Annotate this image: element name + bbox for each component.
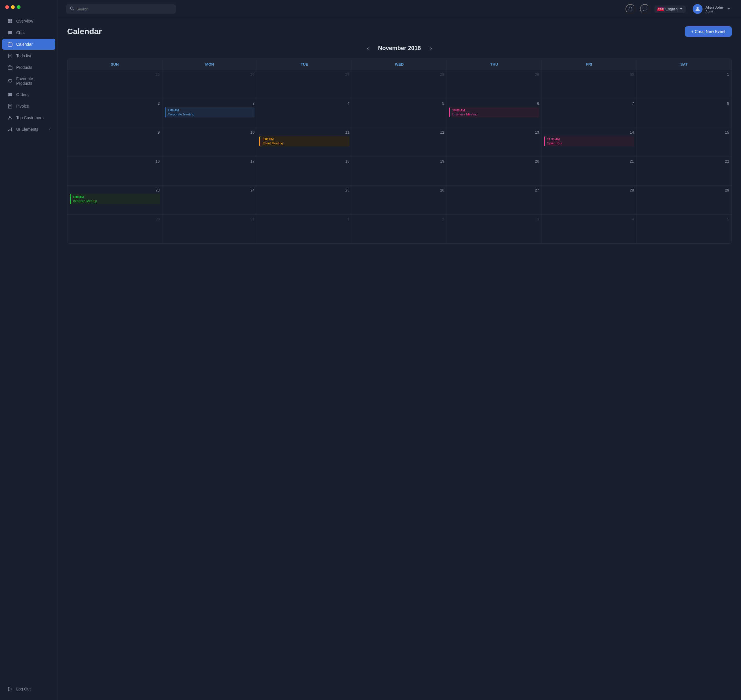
- notifications-button[interactable]: [626, 4, 635, 14]
- svg-line-27: [73, 9, 74, 10]
- cal-day-number: 4: [259, 101, 349, 106]
- cal-cell-29[interactable]: 29: [447, 70, 542, 99]
- cal-cell-20[interactable]: 20: [447, 157, 542, 186]
- event-card[interactable]: 10.00 AMBusiness Meeting: [449, 107, 539, 118]
- svg-rect-2: [8, 21, 10, 23]
- cal-day-number: 15: [639, 130, 729, 134]
- cal-cell-17[interactable]: 17: [162, 157, 257, 186]
- cal-cell-4[interactable]: 4: [542, 215, 637, 244]
- cal-cell-2[interactable]: 2: [352, 215, 447, 244]
- sidebar-item-chat[interactable]: Chat: [2, 27, 55, 38]
- cal-day-number: 5: [639, 217, 729, 221]
- search-box[interactable]: [66, 4, 176, 13]
- event-card[interactable]: 9:00 AMCorporate Meeting: [165, 107, 255, 118]
- svg-rect-23: [10, 129, 10, 131]
- cal-cell-14[interactable]: 1411.35 AMSpain Tour: [542, 128, 637, 157]
- user-chevron-icon: [727, 7, 731, 11]
- cal-cell-27[interactable]: 27: [257, 70, 352, 99]
- event-card[interactable]: 11.35 AMSpain Tour: [544, 136, 634, 146]
- cal-cell-4[interactable]: 4: [257, 99, 352, 128]
- cal-cell-18[interactable]: 18: [257, 157, 352, 186]
- sidebar-item-calendar[interactable]: Calendar: [2, 39, 55, 50]
- cal-cell-1[interactable]: 1: [636, 70, 731, 99]
- cal-cell-26[interactable]: 26: [162, 70, 257, 99]
- cal-cell-5[interactable]: 5: [636, 215, 731, 244]
- calendar-nav: ‹ November 2018 ›: [67, 44, 732, 53]
- user-chip[interactable]: Alien John Admin: [690, 3, 733, 15]
- cal-cell-1[interactable]: 1: [257, 215, 352, 244]
- language-selector[interactable]: English: [654, 6, 686, 13]
- cal-cell-12[interactable]: 12: [352, 128, 447, 157]
- new-event-button[interactable]: + Creat New Event: [685, 26, 732, 37]
- cal-cell-28[interactable]: 28: [352, 70, 447, 99]
- sidebar-label-todo: Todo list: [16, 53, 31, 58]
- event-time: 10.00 AM: [452, 109, 537, 112]
- prev-month-button[interactable]: ‹: [364, 44, 371, 53]
- cal-cell-26[interactable]: 26: [352, 186, 447, 215]
- cal-cell-31[interactable]: 31: [162, 215, 257, 244]
- next-month-button[interactable]: ›: [428, 44, 435, 53]
- sidebar-item-invoice[interactable]: Invoice: [2, 101, 55, 112]
- traffic-light-yellow[interactable]: [11, 5, 15, 9]
- cal-cell-21[interactable]: 21: [542, 157, 637, 186]
- sidebar-item-favourites[interactable]: Favourite Products: [2, 74, 55, 88]
- chevron-down-icon: [679, 7, 683, 11]
- traffic-light-green[interactable]: [17, 5, 21, 9]
- messages-button[interactable]: [640, 4, 650, 14]
- sidebar-label-ui-elements: UI Elements: [16, 127, 38, 132]
- sidebar-item-products[interactable]: Products: [2, 62, 55, 73]
- cal-day-number: 28: [354, 72, 444, 76]
- cal-cell-29[interactable]: 29: [636, 186, 731, 215]
- chat-icon: [7, 30, 13, 35]
- content-header: Calendar + Creat New Event: [67, 26, 732, 37]
- sidebar-item-orders[interactable]: Orders: [2, 89, 55, 100]
- cal-cell-5[interactable]: 5: [352, 99, 447, 128]
- cal-cell-3[interactable]: 39:00 AMCorporate Meeting: [162, 99, 257, 128]
- sidebar-item-overview[interactable]: Overview: [2, 16, 55, 26]
- cal-cell-25[interactable]: 25: [68, 70, 162, 99]
- cal-day-number: 25: [70, 72, 160, 76]
- cal-day-number: 2: [354, 217, 444, 221]
- cal-cell-27[interactable]: 27: [447, 186, 542, 215]
- cal-cell-9[interactable]: 9: [68, 128, 162, 157]
- header-tue: TUE: [257, 59, 352, 70]
- cal-cell-19[interactable]: 19: [352, 157, 447, 186]
- sidebar-item-logout[interactable]: Log Out: [2, 684, 55, 694]
- cal-cell-25[interactable]: 25: [257, 186, 352, 215]
- sidebar-item-ui-elements[interactable]: UI Elements ›: [2, 124, 55, 135]
- header-thu: THU: [447, 59, 542, 70]
- traffic-lights: [0, 5, 57, 15]
- cal-cell-16[interactable]: 16: [68, 157, 162, 186]
- cal-cell-7[interactable]: 7: [542, 99, 637, 128]
- cal-cell-24[interactable]: 24: [162, 186, 257, 215]
- sidebar-item-top-customers[interactable]: Top Customers: [2, 112, 55, 123]
- cal-cell-13[interactable]: 13: [447, 128, 542, 157]
- cal-cell-11[interactable]: 115:00 PMClient Meeting: [257, 128, 352, 157]
- cal-cell-30[interactable]: 30: [542, 70, 637, 99]
- calendar-body: 2526272829301239:00 AMCorporate Meeting4…: [68, 70, 731, 244]
- traffic-light-red[interactable]: [5, 5, 9, 9]
- cal-cell-28[interactable]: 28: [542, 186, 637, 215]
- cal-cell-8[interactable]: 8: [636, 99, 731, 128]
- search-input[interactable]: [77, 7, 172, 11]
- event-card[interactable]: 5:00 PMClient Meeting: [259, 136, 349, 146]
- event-card[interactable]: 8.30 AMBehance Meetup: [70, 194, 160, 204]
- cal-cell-22[interactable]: 22: [636, 157, 731, 186]
- cal-cell-3[interactable]: 3: [447, 215, 542, 244]
- sidebar-item-todo[interactable]: Todo list: [2, 50, 55, 61]
- event-time: 8.30 AM: [73, 196, 158, 199]
- cal-cell-23[interactable]: 238.30 AMBehance Meetup: [68, 186, 162, 215]
- cal-cell-6[interactable]: 610.00 AMBusiness Meeting: [447, 99, 542, 128]
- cal-day-number: 24: [165, 188, 255, 193]
- cal-cell-15[interactable]: 15: [636, 128, 731, 157]
- event-time: 5:00 PM: [262, 138, 347, 141]
- sidebar-label-chat: Chat: [16, 30, 25, 35]
- cal-cell-30[interactable]: 30: [68, 215, 162, 244]
- cal-day-number: 25: [259, 188, 349, 193]
- cal-cell-10[interactable]: 10: [162, 128, 257, 157]
- cal-cell-2[interactable]: 2: [68, 99, 162, 128]
- cal-day-number: 28: [544, 188, 634, 193]
- cal-day-number: 13: [449, 130, 539, 134]
- cal-day-number: 27: [449, 188, 539, 193]
- cal-day-number: 2: [70, 101, 160, 106]
